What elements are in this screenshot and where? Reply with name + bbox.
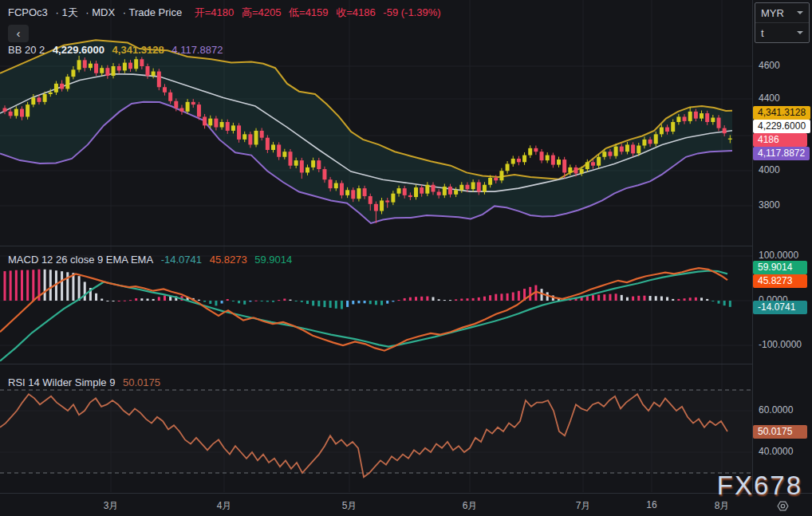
macd-hist-bar xyxy=(209,301,211,304)
macd-hist-bar xyxy=(529,287,531,301)
candle xyxy=(329,179,333,188)
candle xyxy=(186,102,190,112)
macd-hist-bar xyxy=(272,301,274,302)
candle xyxy=(208,119,212,126)
macd-hist-bar xyxy=(15,270,18,301)
candle xyxy=(220,122,224,128)
gear-icon[interactable] xyxy=(776,499,790,513)
macd-hist-bar xyxy=(147,298,149,301)
candle xyxy=(54,84,58,93)
macd-hist-bar xyxy=(507,293,509,301)
candle xyxy=(620,147,624,152)
candle xyxy=(152,72,156,76)
candle xyxy=(203,116,207,125)
candle xyxy=(723,128,727,134)
macd-hist-bar xyxy=(158,297,160,301)
macd-hist-bar xyxy=(718,301,720,304)
macd-hist-bar xyxy=(203,301,206,302)
candle xyxy=(694,112,698,119)
macd-hist-bar xyxy=(649,296,652,301)
symbol-title[interactable]: FCPOc3 · 1天 · MDX · Trade Price xyxy=(8,6,187,18)
candle xyxy=(717,118,721,128)
candle xyxy=(557,160,561,165)
candle xyxy=(676,116,680,122)
unit-dropdown[interactable]: t xyxy=(755,22,809,42)
candle xyxy=(432,185,436,192)
candle xyxy=(322,169,326,179)
candle xyxy=(414,187,418,197)
macd-signal-line xyxy=(0,271,727,361)
price-axis-badge: 4,229.6000 xyxy=(753,120,810,133)
macd-hist-bar xyxy=(49,270,52,301)
macd-hist-bar xyxy=(255,301,258,301)
macd-hist-bar xyxy=(689,297,692,301)
rsi-legend[interactable]: RSI 14 Wilder Simple 9 50.0175 xyxy=(8,376,165,388)
candle xyxy=(517,159,521,162)
candle xyxy=(580,169,584,173)
macd-hist-bar xyxy=(592,295,594,301)
macd-hist-bar xyxy=(290,300,292,301)
candle xyxy=(134,59,138,69)
candle xyxy=(483,185,487,192)
ohlc-close: 收=4186 xyxy=(336,6,376,18)
candle xyxy=(499,171,503,180)
candle xyxy=(123,63,127,71)
candle xyxy=(9,112,13,116)
candle xyxy=(397,188,401,194)
bb-legend[interactable]: BB 20 2 4,229.6000 4,341.3128 4,117.8872 xyxy=(8,44,227,56)
price-axis-label: 3800 xyxy=(759,199,780,211)
price-pane-canvas[interactable] xyxy=(0,0,752,246)
macd-hist-bar xyxy=(84,282,86,301)
currency-dropdown[interactable]: MYR xyxy=(755,3,809,22)
pane-separator[interactable] xyxy=(0,364,752,364)
macd-hist-bar xyxy=(118,301,120,301)
change-value: -59 (-1.39%) xyxy=(383,6,440,18)
candle xyxy=(14,109,18,116)
price-axis-badge: 4,117.8872 xyxy=(753,147,810,160)
macd-hist-bar xyxy=(666,297,668,301)
macd-legend[interactable]: MACD 12 26 close 9 EMA EMA -14.0741 45.8… xyxy=(8,254,297,266)
macd-hist-bar xyxy=(129,300,132,301)
macd-hist-bar xyxy=(684,298,686,301)
candle xyxy=(3,108,7,112)
macd-hist-bar xyxy=(603,294,605,301)
macd-hist-bar xyxy=(621,295,623,301)
candle xyxy=(277,144,281,156)
bb-upper-value: 4,341.3128 xyxy=(112,44,164,56)
candle xyxy=(562,160,566,172)
macd-hist-bar xyxy=(232,301,235,301)
macd-hist-bar xyxy=(261,301,263,301)
ohlc-open: 开=4180 xyxy=(195,6,235,18)
macd-line xyxy=(0,268,727,351)
candle xyxy=(391,194,395,203)
macd-axis-badge: 45.8273 xyxy=(753,274,807,288)
candle xyxy=(494,178,498,180)
pane-separator[interactable] xyxy=(0,246,752,246)
macd-hist-bar xyxy=(135,298,137,301)
macd-hist-bar xyxy=(21,270,23,301)
rsi-axis-label: 60.0000 xyxy=(759,404,793,416)
time-scale[interactable]: 3月4月5月6月7月168月 xyxy=(0,493,812,516)
candle xyxy=(168,93,172,101)
time-axis-label: 4月 xyxy=(217,499,232,513)
macd-axis-badge: 59.9014 xyxy=(753,261,807,274)
macd-hist-bar xyxy=(329,301,332,308)
rsi-axis-badge: 50.0175 xyxy=(753,425,807,439)
candle xyxy=(174,101,178,108)
price-scale[interactable]: 46004400400038004,341.31284,229.60004186… xyxy=(753,0,812,492)
candle xyxy=(294,160,298,166)
candle xyxy=(248,134,252,144)
macd-hist-bar xyxy=(44,270,46,301)
macd-hist-bar xyxy=(472,298,475,301)
back-button[interactable]: ‹ xyxy=(8,25,29,42)
macd-hist-bar xyxy=(695,297,697,301)
macd-legend-title: MACD 12 26 close 9 EMA EMA xyxy=(8,254,153,266)
candle xyxy=(117,66,121,70)
candle xyxy=(254,131,258,145)
candle xyxy=(282,152,286,157)
macd-hist-bar xyxy=(660,297,663,301)
macd-hist-bar xyxy=(432,297,435,301)
macd-hist-bar xyxy=(723,301,726,305)
macd-hist-bar xyxy=(483,297,486,301)
candle xyxy=(128,63,132,69)
